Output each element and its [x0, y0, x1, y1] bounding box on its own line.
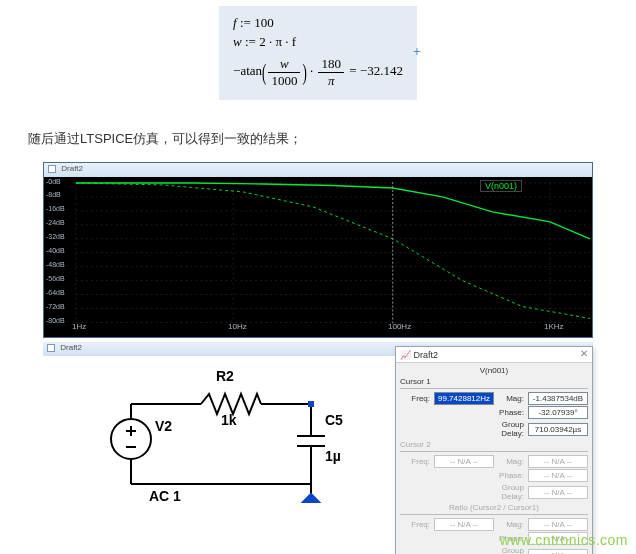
c2-gd-field: -- N/A -- [528, 486, 588, 499]
c2-phase-label: Phase: [491, 471, 528, 480]
r-freq-field: -- N/A -- [434, 518, 494, 531]
c1-gd-field[interactable]: 710.03942µs [528, 423, 588, 436]
cursor-trace-name: V(n001) [400, 366, 588, 375]
r-freq-label: Freq: [400, 520, 434, 529]
close-icon[interactable]: ✕ [578, 349, 590, 361]
math-frac1-den: 1000 [268, 72, 300, 89]
math-frac1-num: w [268, 56, 300, 72]
math-assign-1: := [240, 15, 251, 30]
c2-freq-field: -- N/A -- [434, 455, 494, 468]
schematic-canvas[interactable]: R2 1k C5 1µ V2 AC 1 [101, 364, 351, 514]
cursor2-label: Cursor 2 [400, 440, 588, 449]
math-dot: · [307, 63, 317, 78]
c1-phase-label: Phase: [491, 408, 528, 417]
capacitor-name: C5 [325, 412, 343, 428]
window-icon [47, 344, 55, 352]
c2-gd-label: Group Delay: [479, 483, 528, 501]
plot-titlebar[interactable]: Draft2 [44, 163, 592, 177]
c2-mag-field: -- N/A -- [528, 455, 588, 468]
resistor-value: 1k [221, 412, 237, 428]
cursor-titlebar[interactable]: 📈 Draft2 ✕ [396, 347, 592, 363]
math-frac2-num: 180 [318, 56, 344, 72]
plot-window: Draft2 V(n001) -0dB -8dB -16dB -24dB -32… [43, 162, 593, 338]
c1-phase-field[interactable]: -32.07939° [528, 406, 588, 419]
svg-rect-33 [308, 401, 314, 407]
c2-mag-label: Mag: [494, 457, 528, 466]
cursor-dialog[interactable]: 📈 Draft2 ✕ V(n001) Cursor 1 Freq: 99.742… [395, 346, 593, 554]
c2-phase-field: -- N/A -- [528, 469, 588, 482]
c2-freq-label: Freq: [400, 457, 434, 466]
math-frac2-den: π [318, 72, 344, 89]
c1-gd-label: Group Delay: [479, 420, 528, 438]
math-var-w: w [233, 34, 242, 49]
cursor1-label: Cursor 1 [400, 377, 588, 386]
schematic-window-title: Draft2 [60, 343, 82, 352]
window-icon [48, 165, 56, 173]
plot-window-title: Draft2 [61, 164, 83, 173]
c1-freq-field[interactable]: 99.7428812Hz [434, 392, 494, 405]
math-result: −32.142 [360, 63, 403, 78]
math-cursor-icon: + [413, 44, 421, 60]
math-block: f := 100 w := 2 · π · f + −atan( w 1000 … [219, 6, 417, 100]
source-value: AC 1 [149, 488, 181, 504]
watermark: www.cntronics.com [500, 532, 628, 548]
ratio-label: Ratio (Cursor2 / Cursor1) [400, 503, 588, 512]
svg-marker-32 [303, 494, 319, 502]
cursor-title: Draft2 [414, 350, 439, 360]
capacitor-value: 1µ [325, 448, 341, 464]
c1-freq-label: Freq: [400, 394, 434, 403]
r-mag-field: -- N/A -- [528, 518, 588, 531]
bode-plot[interactable]: V(n001) -0dB -8dB -16dB -24dB -32dB -40d… [44, 177, 592, 337]
math-atan: −atan [233, 63, 262, 78]
c1-mag-field[interactable]: -1.4387534dB [528, 392, 588, 405]
math-assign-2: := [245, 34, 256, 49]
body-paragraph: 随后通过LTSPICE仿真，可以得到一致的结果； [28, 130, 612, 148]
math-val-100: 100 [254, 15, 274, 30]
math-var-f: f [233, 15, 237, 30]
r-mag-label: Mag: [494, 520, 528, 529]
resistor-name: R2 [216, 368, 234, 384]
svg-point-24 [111, 419, 151, 459]
measure-icon: 📈 [400, 350, 411, 360]
c1-mag-label: Mag: [494, 394, 528, 403]
math-expr-2pif: 2 · π · f [259, 34, 296, 49]
math-eq: = [346, 63, 360, 78]
r-gd-field: -- N/A -- [528, 549, 588, 555]
source-name: V2 [155, 418, 172, 434]
